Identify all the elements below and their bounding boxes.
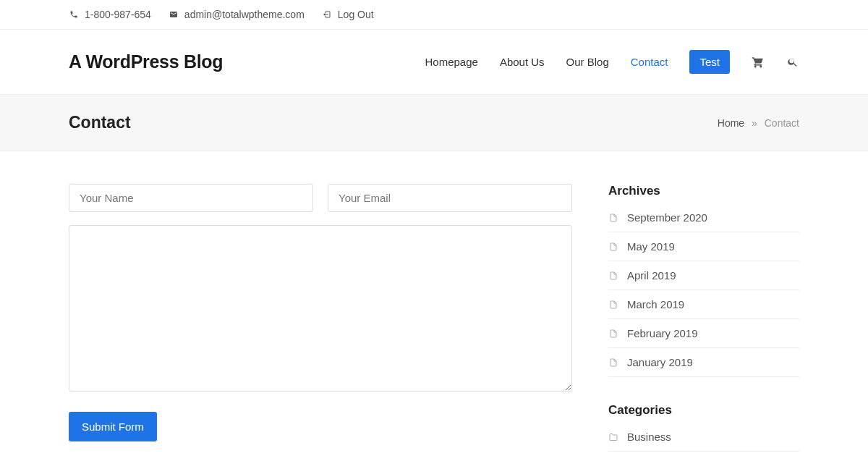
topbar: 1-800-987-654 admin@totalwptheme.com Log… [0, 0, 868, 30]
file-icon [608, 300, 618, 310]
file-icon [608, 329, 618, 339]
envelope-icon [169, 9, 179, 20]
list-item: May 2019 [608, 232, 799, 261]
list-item: February 2019 [608, 319, 799, 348]
list-item: September 2020 [608, 211, 799, 232]
topbar-phone-text: 1-800-987-654 [85, 9, 151, 20]
header: A WordPress Blog Homepage About Us Our B… [0, 30, 868, 94]
widget-categories: Categories Business [608, 403, 799, 452]
archive-link[interactable]: May 2019 [627, 240, 675, 253]
site-title[interactable]: A WordPress Blog [69, 51, 223, 72]
topbar-email[interactable]: admin@totalwptheme.com [169, 9, 305, 20]
file-icon [608, 242, 618, 252]
categories-title: Categories [608, 403, 799, 418]
phone-icon [69, 9, 79, 20]
archive-link[interactable]: March 2019 [627, 298, 684, 310]
nav-test[interactable]: Test [689, 50, 730, 74]
breadcrumb: Home » Contact [718, 117, 799, 129]
archives-title: Archives [608, 184, 799, 198]
nav-aboutus[interactable]: About Us [500, 56, 545, 68]
list-item: January 2019 [608, 348, 799, 377]
main-nav: Homepage About Us Our Blog Contact Test [425, 50, 799, 74]
content: Submit Form [69, 184, 572, 461]
category-link[interactable]: Business [627, 431, 671, 443]
folder-icon [608, 432, 618, 442]
file-icon [608, 213, 618, 223]
breadcrumb-current: Contact [765, 117, 799, 129]
file-icon [608, 358, 618, 368]
topbar-logout[interactable]: Log Out [322, 9, 374, 20]
nav-ourblog[interactable]: Our Blog [566, 56, 609, 68]
message-textarea[interactable] [69, 225, 572, 392]
search-icon[interactable] [786, 56, 799, 69]
logout-icon [322, 9, 332, 20]
nav-contact[interactable]: Contact [631, 56, 668, 68]
main: Submit Form Archives September 2020 May … [0, 151, 868, 461]
list-item: March 2019 [608, 290, 799, 319]
widget-archives: Archives September 2020 May 2019 Apri [608, 184, 799, 377]
sidebar: Archives September 2020 May 2019 Apri [608, 184, 799, 461]
contact-form: Submit Form [69, 184, 572, 441]
email-input[interactable] [328, 184, 572, 212]
nav-homepage[interactable]: Homepage [425, 56, 477, 68]
name-input[interactable] [69, 184, 313, 212]
topbar-logout-text: Log Out [338, 9, 374, 20]
topbar-email-text: admin@totalwptheme.com [184, 9, 305, 20]
cart-icon[interactable] [752, 56, 765, 69]
list-item: April 2019 [608, 261, 799, 290]
submit-button[interactable]: Submit Form [69, 412, 157, 441]
archive-link[interactable]: February 2019 [627, 327, 698, 339]
page-header: Contact Home » Contact [0, 94, 868, 151]
file-icon [608, 271, 618, 281]
breadcrumb-sep: » [752, 117, 757, 129]
topbar-phone[interactable]: 1-800-987-654 [69, 9, 151, 20]
breadcrumb-home[interactable]: Home [718, 117, 744, 129]
archive-link[interactable]: January 2019 [627, 356, 693, 368]
archive-link[interactable]: April 2019 [627, 269, 676, 282]
list-item: Business [608, 431, 799, 452]
archive-link[interactable]: September 2020 [627, 211, 707, 224]
page-title: Contact [69, 113, 131, 132]
